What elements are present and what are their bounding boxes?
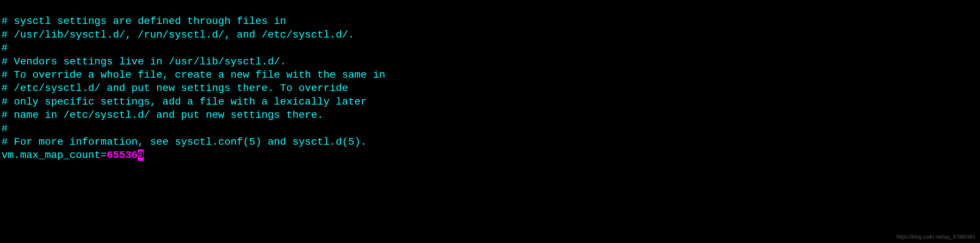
comment-line: # (2, 42, 8, 54)
comment-line: # only specific settings, add a file wit… (2, 96, 367, 108)
comment-line: # (2, 123, 8, 134)
comment-line: # For more information, see sysctl.conf(… (2, 136, 367, 148)
comment-line: # /etc/sysctl.d/ and put new settings th… (2, 83, 348, 94)
terminal-output[interactable]: # sysctl settings are defined through fi… (2, 2, 978, 162)
comment-line: # To override a whole file, create a new… (2, 69, 385, 81)
comment-line: # sysctl settings are defined through fi… (2, 16, 286, 27)
terminal-cursor: 0 (138, 149, 144, 161)
sysctl-setting-key: vm.max_map_count= (2, 149, 107, 161)
comment-line: # name in /etc/sysctl.d/ and put new set… (2, 110, 323, 121)
comment-line: # /usr/lib/sysctl.d/, /run/sysctl.d/, an… (2, 29, 355, 40)
comment-line: # Vendors settings live in /usr/lib/sysc… (2, 56, 286, 67)
sysctl-setting-value: 65536 (107, 149, 138, 161)
watermark-text: https://blog.csdn.net/qq_37860381 (896, 233, 975, 240)
